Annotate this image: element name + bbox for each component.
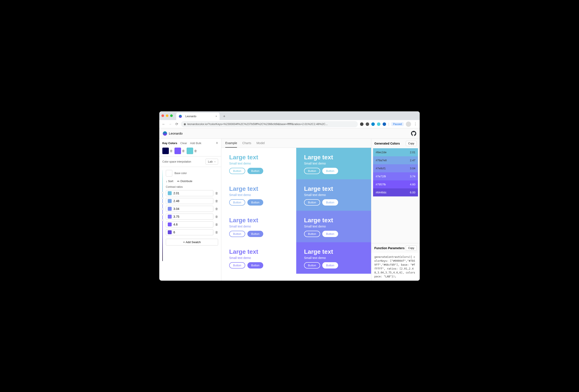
large-text-demo: Large text <box>229 217 289 224</box>
generated-color-row[interactable]: #79a7e82.47 <box>373 156 418 164</box>
close-tab-icon[interactable]: × <box>216 115 217 118</box>
ratio-input[interactable] <box>173 207 211 211</box>
base-color-swatch[interactable] <box>166 170 172 176</box>
small-text-demo: Small text demo <box>304 193 363 197</box>
copy-generated-button[interactable]: Copy <box>406 141 417 146</box>
demo-button-outline[interactable]: Button <box>229 262 245 268</box>
ratio-input[interactable] <box>173 215 211 218</box>
site-info-icon[interactable]: ◉ <box>184 122 186 126</box>
add-bulk-button[interactable]: Add Bulk <box>190 142 201 145</box>
distribute-button[interactable]: ⇔ Distribute <box>177 179 192 183</box>
close-window-button[interactable] <box>161 114 164 117</box>
demo-button-outline[interactable]: Button <box>229 231 245 237</box>
demo-button-outline[interactable]: Button <box>304 231 320 237</box>
generated-color-row[interactable]: #7e71f93.74 <box>373 172 418 180</box>
demo-button-solid[interactable]: Button <box>247 199 263 206</box>
browser-tab-strip: Leonardo × + <box>159 111 420 120</box>
demo-button-solid[interactable]: Button <box>322 168 338 174</box>
reload-button[interactable]: ⟳ <box>174 122 179 126</box>
maximize-window-button[interactable] <box>170 114 173 117</box>
sort-button[interactable]: ↓ Sort <box>166 179 173 183</box>
delete-key-color-icon[interactable]: 🗑 <box>182 149 185 153</box>
gradient-stop-dot[interactable] <box>162 219 163 221</box>
browser-tab[interactable]: Leonardo × <box>176 113 220 120</box>
generated-color-row[interactable]: #6ec2de2.01 <box>373 148 418 156</box>
demo-button-solid[interactable]: Button <box>322 262 338 268</box>
demo-button-solid[interactable]: Button <box>322 199 338 206</box>
new-tab-button[interactable]: + <box>223 114 225 119</box>
address-bar[interactable]: ◉ leonardocolor.io/?colorKeys=%2300004f%… <box>181 121 358 127</box>
ratio-input[interactable] <box>173 223 211 226</box>
key-color: 🗑 <box>162 148 173 154</box>
large-text-demo: Large text <box>229 248 289 255</box>
delete-ratio-icon[interactable]: 🗑 <box>215 223 218 226</box>
demo-button-outline[interactable]: Button <box>229 199 245 206</box>
demo-button-solid[interactable]: Button <box>322 231 338 237</box>
extension-icon[interactable] <box>360 122 363 126</box>
interpolation-label: Color space interpolation <box>162 160 191 163</box>
delete-ratio-icon[interactable]: 🗑 <box>215 199 218 203</box>
clear-button[interactable]: Clear <box>180 142 187 145</box>
delete-key-color-icon[interactable]: 🗑 <box>170 149 173 153</box>
key-color-swatch[interactable] <box>187 148 193 154</box>
demo-button-outline[interactable]: Button <box>304 168 320 174</box>
menu-button[interactable]: ⋮ <box>413 122 418 126</box>
add-key-color-button[interactable]: + <box>216 141 218 146</box>
app-body: Key Colors Clear Add Bulk + 🗑🗑🗑 Color sp… <box>159 139 420 281</box>
back-button[interactable]: ← <box>161 122 166 126</box>
sidebar: Key Colors Clear Add Bulk + 🗑🗑🗑 Color sp… <box>159 139 221 281</box>
base-color-label: Base color <box>174 172 187 175</box>
gradient-stop-dot[interactable] <box>162 197 163 199</box>
github-icon[interactable] <box>411 131 416 136</box>
demo-button-solid[interactable]: Button <box>247 262 263 268</box>
add-swatch-button[interactable]: + Add Swatch <box>166 239 218 245</box>
gradient-stop-dot[interactable] <box>162 208 163 210</box>
generated-color-row[interactable]: #6448dc6.00 <box>373 188 418 196</box>
gradient-stop-dot[interactable] <box>162 192 163 194</box>
delete-ratio-icon[interactable]: 🗑 <box>215 207 218 211</box>
extension-icon[interactable] <box>377 122 380 126</box>
minimize-window-button[interactable] <box>166 114 168 117</box>
key-colors-label: Key Colors <box>162 142 177 145</box>
app-header: Leonardo <box>159 128 420 139</box>
tab-model[interactable]: Model <box>257 139 265 148</box>
tab-charts[interactable]: Charts <box>242 139 251 148</box>
ratio-input-box <box>166 214 213 220</box>
extension-icon[interactable] <box>371 122 375 126</box>
key-color-swatch[interactable] <box>174 148 181 154</box>
delete-key-color-icon[interactable]: 🗑 <box>194 149 197 153</box>
paused-badge[interactable]: Paused <box>391 122 404 126</box>
delete-ratio-icon[interactable]: 🗑 <box>215 191 218 195</box>
forward-button[interactable]: → <box>168 122 172 126</box>
demo-button-outline[interactable]: Button <box>304 199 320 206</box>
ratio-row: 🗑 <box>166 190 218 196</box>
demo-button-solid[interactable]: Button <box>247 168 263 174</box>
ratio-input[interactable] <box>173 191 211 195</box>
main-content: ExampleChartsModel Large text Small text… <box>221 139 371 281</box>
delete-ratio-icon[interactable]: 🗑 <box>215 215 218 218</box>
demo-button-outline[interactable]: Button <box>304 262 320 268</box>
demo-button-outline[interactable]: Button <box>229 168 245 174</box>
gradient-stop-dot[interactable] <box>162 214 163 216</box>
interpolation-select[interactable]: Lab <box>206 159 218 164</box>
generated-color-row[interactable]: #7957fb4.60 <box>373 180 418 188</box>
large-text-demo: Large text <box>229 185 289 192</box>
key-color-swatch[interactable] <box>162 148 169 154</box>
extension-icon[interactable] <box>366 122 369 126</box>
delete-ratio-icon[interactable]: 🗑 <box>215 231 218 234</box>
ratio-input-box <box>166 206 213 212</box>
copy-function-button[interactable]: Copy <box>406 245 417 251</box>
small-text-demo: Small text demo <box>304 162 363 165</box>
ratio-input[interactable] <box>173 199 211 203</box>
extension-icon[interactable] <box>383 122 386 126</box>
generated-ratio: 4.60 <box>410 183 415 186</box>
small-text-demo: Small text demo <box>304 256 363 260</box>
example-canvas: Large text Small text demo Button Button… <box>221 148 371 281</box>
tab-example[interactable]: Example <box>225 139 237 148</box>
ratio-input[interactable] <box>173 231 211 234</box>
demo-button-solid[interactable]: Button <box>247 231 263 237</box>
function-code[interactable]: generateContrastColors({ colorKeys: ["#0… <box>371 253 420 281</box>
gradient-stop-dot[interactable] <box>162 203 163 204</box>
profile-avatar[interactable] <box>406 122 411 127</box>
generated-color-row[interactable]: #7e8cf13.04 <box>373 164 418 172</box>
